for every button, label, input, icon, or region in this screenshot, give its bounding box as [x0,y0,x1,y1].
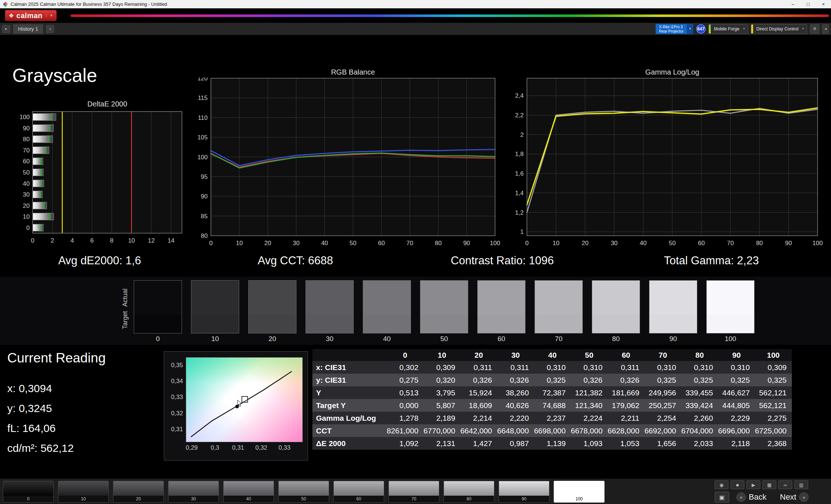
pattern-level-label: 70 [389,496,439,502]
svg-text:80: 80 [23,136,30,143]
pattern-level-label: 90 [499,496,549,502]
pattern-level-label: 50 [279,496,329,502]
table-cell: 38,260 [497,386,534,399]
table-header-cell: 50 [571,349,608,361]
table-cell: 0,310 [571,361,608,374]
svg-text:10: 10 [128,237,135,244]
svg-text:2,2: 2,2 [515,112,524,119]
pattern-level-button-90[interactable]: 90 [499,481,549,503]
swatch-actual [535,281,582,315]
table-cell: 0,325 [681,374,718,386]
calman-logo-menu[interactable]: ❖ calman ▼ [5,10,57,21]
table-cell: 339,424 [681,399,718,412]
grayscale-swatch-band: Actual Target 0102030405060708090100 [0,277,831,345]
svg-text:40: 40 [640,240,647,247]
pattern-level-button-100[interactable]: 100 [554,481,604,503]
stop-button[interactable]: ■ [731,480,744,489]
pattern-level-button-40[interactable]: 40 [223,481,274,503]
collapse-toolbar-button[interactable]: ◂ [822,24,829,34]
table-header-cell: 100 [755,349,792,361]
bottom-pattern-bar: 0102030405060708090100 ◉■▶▦∞▥ ▣ « Back N… [0,478,831,504]
close-button[interactable]: × [816,0,831,8]
continuous-button[interactable]: ∞ [778,480,792,489]
svg-text:10: 10 [236,240,243,247]
table-cell: 6725,000 [755,424,792,437]
rgb-balance-chart: RGB Balance 0102030405060708090100808590… [191,68,500,253]
svg-text:100: 100 [20,114,30,121]
gray-swatch-70: 70 [535,281,582,333]
table-cell: 0,325 [534,374,571,386]
svg-text:80: 80 [435,240,442,247]
pattern-level-button-20[interactable]: 20 [113,481,164,503]
table-header-row: 0102030405060708090100 [312,349,792,361]
history-tab[interactable]: History 1 [13,24,43,34]
add-history-button[interactable]: + [46,25,54,33]
table-cell: 0,325 [718,374,755,386]
pattern-level-button-50[interactable]: 50 [278,481,329,503]
deltae-chart-title: DeltaE 2000 [13,100,188,109]
caret-down-icon: ▼ [743,27,748,30]
gray-swatch-100: 100 [707,281,754,333]
table-header-cell: 70 [644,349,681,361]
pattern-level-button-30[interactable]: 30 [168,481,219,503]
swatch-level-label: 80 [592,335,640,343]
pattern-level-button-0[interactable]: 0 [3,481,54,503]
minimize-button[interactable]: – [785,0,801,8]
pattern-level-label: 100 [554,496,604,502]
swatch-target [191,315,239,333]
pattern-level-button-10[interactable]: 10 [58,481,109,503]
meter-selector[interactable]: X-Rite i1Pro 3 Rear Projector ▼ [656,24,693,34]
svg-text:2: 2 [520,131,524,138]
cie-x-tick-label: 0,31 [227,444,249,452]
display-control-selector[interactable]: Direct Display Control ▼ [751,24,807,34]
table-row: Target Y0,0005,80718,60940,62674,688121,… [312,399,792,412]
source-selector[interactable]: Mobile Forge ▼ [709,24,748,34]
meter-icon: ◉ [719,482,723,488]
settings-button[interactable]: ⚙ [810,24,819,34]
table-cell: 0,326 [460,374,497,386]
table-cell: 72,387 [534,386,571,399]
levels-icon: ▥ [799,482,803,488]
swatch-target [363,315,411,333]
page-title: Grayscale [12,64,97,86]
svg-text:90: 90 [201,193,208,200]
svg-text:20: 20 [23,202,30,209]
svg-text:20: 20 [264,240,271,247]
table-cell: 0,310 [644,361,681,374]
table-cell: 0,326 [608,374,645,386]
pattern-grid-button[interactable]: ▦ [763,480,776,489]
titlebar: Calman 2025 Calman Ultimate for Business… [0,0,831,8]
meter-button[interactable]: ◉ [715,480,728,489]
swatch-actual [707,281,754,315]
cie-y-tick-label: 0,31 [165,426,183,433]
next-icon: » [799,492,809,502]
svg-text:80: 80 [756,240,763,247]
table-cell: 6704,000 [681,424,718,437]
table-header-cell: 30 [497,349,534,361]
svg-text:1: 1 [520,228,524,235]
levels-button[interactable]: ▥ [794,480,808,489]
table-cell: 1,092 [387,437,424,450]
back-button[interactable]: « Back [736,492,766,503]
swatch-level-label: 0 [134,335,182,343]
play-button[interactable]: ▶ [747,480,760,489]
table-row: Gamma Log/Log1,2782,1892,2142,2202,2372,… [312,412,792,424]
cie-x-tick-label: 0,32 [250,444,272,452]
pattern-level-button-60[interactable]: 60 [333,481,384,503]
pattern-swatch [389,481,439,496]
pattern-level-button-80[interactable]: 80 [444,481,494,503]
pattern-level-label: 0 [3,496,53,502]
svg-text:0: 0 [26,224,30,231]
pattern-level-button-70[interactable]: 70 [389,481,439,503]
maximize-button[interactable]: □ [801,0,816,8]
table-cell: 444,805 [718,399,755,412]
svg-text:85: 85 [201,213,208,220]
pattern-window-button[interactable]: ▣ [715,492,729,503]
current-reading-x: x: 0,3094 [7,382,52,395]
panel-toggle-button[interactable]: ▸ [2,25,10,33]
next-button[interactable]: Next » [780,492,809,503]
cie-chromaticity-panel: 0,350,340,330,320,310,290,30,310,320,33 [164,351,308,461]
pattern-level-label: 10 [58,496,108,502]
svg-text:30: 30 [611,240,618,247]
table-row-label: Target Y [312,399,387,412]
